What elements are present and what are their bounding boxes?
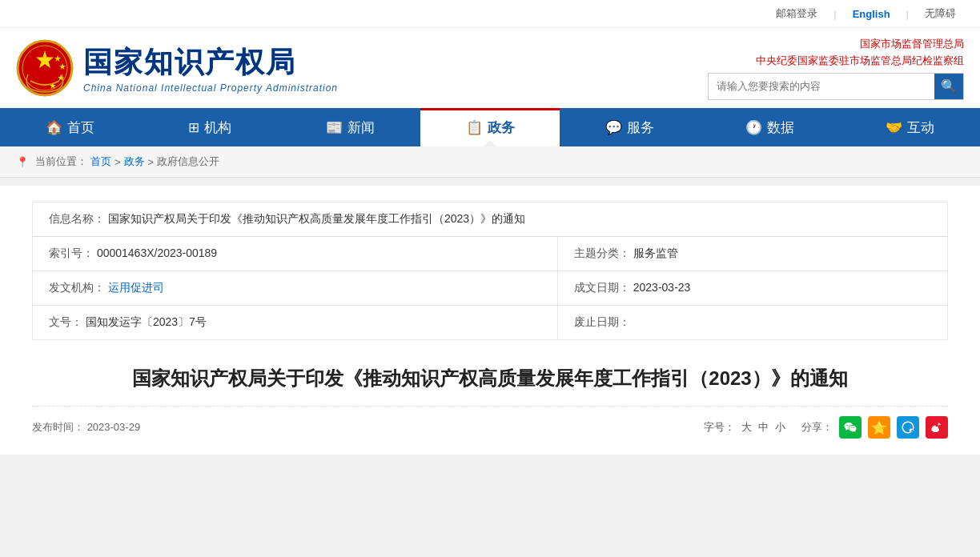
logo-text: 国家知识产权局 China National Intellectual Prop… bbox=[83, 43, 338, 94]
name-label: 信息名称： bbox=[49, 212, 105, 225]
issuer-label: 发文机构： bbox=[49, 281, 105, 294]
institution-icon: ⊞ bbox=[188, 119, 199, 136]
topic-label: 主题分类： bbox=[574, 246, 630, 259]
article-title: 国家知识产权局关于印发《推动知识产权高质量发展年度工作指引（2023）》的通知 bbox=[32, 364, 948, 393]
breadcrumb-current: 政府信息公开 bbox=[157, 154, 219, 169]
date-cell: 成文日期： 2023-03-23 bbox=[557, 271, 947, 306]
org-link-1[interactable]: 国家市场监督管理总局 bbox=[756, 36, 964, 53]
search-input[interactable] bbox=[709, 75, 934, 97]
breadcrumb: 📍 当前位置： 首页 > 政务 > 政府信息公开 bbox=[0, 146, 980, 178]
news-icon: 📰 bbox=[326, 119, 343, 136]
publish-time-value: 2023-03-29 bbox=[87, 421, 141, 433]
docnum-value: 国知发运字〔2023〕7号 bbox=[86, 315, 207, 328]
nav-label-service: 服务 bbox=[627, 118, 654, 137]
service-icon: 💬 bbox=[605, 119, 622, 136]
search-button[interactable]: 🔍 bbox=[934, 74, 963, 99]
top-bar: 邮箱登录 | English | 无障碍 bbox=[0, 0, 980, 28]
publish-time-area: 发布时间： 2023-03-29 bbox=[32, 420, 140, 435]
issuer-cell: 发文机构： 运用促进司 bbox=[33, 271, 558, 306]
header-right: 国家市场监督管理总局 中央纪委国家监委驻市场监管总局纪检监察组 🔍 bbox=[338, 28, 964, 108]
expiry-label: 废止日期： bbox=[574, 315, 630, 328]
nav-label-data: 数据 bbox=[767, 118, 794, 137]
nav-label-news: 新闻 bbox=[347, 118, 375, 137]
info-name-cell: 信息名称： 国家知识产权局关于印发《推动知识产权高质量发展年度工作指引（2023… bbox=[33, 202, 948, 237]
breadcrumb-home[interactable]: 首页 bbox=[90, 154, 111, 169]
english-link[interactable]: English bbox=[845, 8, 898, 20]
font-small-btn[interactable]: 小 bbox=[775, 420, 785, 435]
share-area: 分享： ⭐ bbox=[801, 416, 948, 439]
org-link-2[interactable]: 中央纪委国家监委驻市场监管总局纪检监察组 bbox=[756, 53, 964, 70]
divider1: | bbox=[825, 8, 844, 20]
org-links: 国家市场监督管理总局 中央纪委国家监委驻市场监管总局纪检监察组 bbox=[756, 36, 964, 70]
home-icon: 🏠 bbox=[46, 119, 62, 136]
nav-item-home[interactable]: 🏠 首页 bbox=[0, 108, 140, 146]
info-row-issuer-date: 发文机构： 运用促进司 成文日期： 2023-03-23 bbox=[33, 271, 948, 306]
index-label-cell: 索引号： 00001463X/2023-00189 bbox=[33, 237, 558, 271]
nav-label-interact: 互动 bbox=[907, 118, 934, 137]
nav-item-data[interactable]: 🕐 数据 bbox=[700, 108, 840, 146]
nav-item-news[interactable]: 📰 新闻 bbox=[280, 108, 420, 146]
site-subtitle: China National Intellectual Property Adm… bbox=[83, 82, 338, 94]
date-value: 2023-03-23 bbox=[633, 281, 691, 294]
mail-login-link[interactable]: 邮箱登录 bbox=[768, 6, 825, 21]
affairs-icon: 📋 bbox=[466, 119, 483, 136]
issuer-value[interactable]: 运用促进司 bbox=[108, 281, 164, 294]
interact-icon: 🤝 bbox=[886, 119, 902, 136]
nav-label-affairs: 政务 bbox=[488, 118, 515, 137]
article-meta: 发布时间： 2023-03-29 字号： 大 中 小 分享： ⭐ bbox=[32, 406, 948, 439]
breadcrumb-prefix: 当前位置： bbox=[35, 154, 87, 169]
nav-item-institution[interactable]: ⊞ 机构 bbox=[140, 108, 280, 146]
font-size-label: 字号： bbox=[704, 420, 735, 435]
expiry-cell: 废止日期： bbox=[557, 306, 947, 340]
share-wechat-button[interactable] bbox=[839, 416, 862, 439]
divider2: | bbox=[898, 8, 917, 20]
index-label: 索引号： bbox=[49, 246, 94, 259]
font-medium-btn[interactable]: 中 bbox=[758, 420, 769, 435]
main-content: 信息名称： 国家知识产权局关于印发《推动知识产权高质量发展年度工作指引（2023… bbox=[0, 186, 980, 455]
nav-item-affairs[interactable]: 📋 政务 bbox=[420, 108, 560, 146]
share-label: 分享： bbox=[801, 420, 833, 435]
info-row-docnum-expiry: 文号： 国知发运字〔2023〕7号 废止日期： bbox=[33, 306, 948, 340]
index-value: 00001463X/2023-00189 bbox=[97, 246, 217, 259]
logo-area: 国家知识产权局 China National Intellectual Prop… bbox=[16, 28, 338, 108]
top-bar-links: 邮箱登录 | English | 无障碍 bbox=[768, 6, 964, 21]
nav-item-interact[interactable]: 🤝 互动 bbox=[840, 108, 980, 146]
publish-time-label: 发布时间： bbox=[32, 421, 84, 433]
nav-item-service[interactable]: 💬 服务 bbox=[560, 108, 700, 146]
topic-cell: 主题分类： 服务监管 bbox=[557, 237, 947, 271]
share-weibo-button[interactable] bbox=[926, 416, 948, 439]
docnum-label: 文号： bbox=[49, 315, 82, 328]
docnum-cell: 文号： 国知发运字〔2023〕7号 bbox=[33, 306, 558, 340]
breadcrumb-sep1: > bbox=[114, 156, 121, 168]
controls-area: 字号： 大 中 小 分享： ⭐ bbox=[704, 416, 948, 439]
date-label: 成文日期： bbox=[574, 281, 630, 294]
font-size-control: 字号： 大 中 小 bbox=[704, 420, 785, 435]
location-icon: 📍 bbox=[16, 156, 29, 168]
search-bar: 🔍 bbox=[708, 73, 964, 100]
data-icon: 🕐 bbox=[745, 119, 762, 136]
nav-label-home: 首页 bbox=[67, 118, 94, 137]
share-favorite-button[interactable]: ⭐ bbox=[868, 416, 890, 439]
site-title: 国家知识产权局 bbox=[83, 43, 338, 82]
logo-emblem bbox=[16, 39, 74, 97]
font-large-btn[interactable]: 大 bbox=[741, 420, 752, 435]
share-qq-button[interactable] bbox=[897, 416, 919, 439]
info-table: 信息名称： 国家知识产权局关于印发《推动知识产权高质量发展年度工作指引（2023… bbox=[32, 202, 948, 340]
name-value: 国家知识产权局关于印发《推动知识产权高质量发展年度工作指引（2023）》的通知 bbox=[108, 212, 525, 225]
info-row-index-topic: 索引号： 00001463X/2023-00189 主题分类： 服务监管 bbox=[33, 237, 948, 271]
main-nav: 🏠 首页 ⊞ 机构 📰 新闻 📋 政务 💬 服务 🕐 数据 🤝 互动 bbox=[0, 108, 980, 146]
nav-label-institution: 机构 bbox=[204, 118, 231, 137]
info-title-row: 信息名称： 国家知识产权局关于印发《推动知识产权高质量发展年度工作指引（2023… bbox=[33, 202, 948, 237]
header: 国家知识产权局 China National Intellectual Prop… bbox=[0, 28, 980, 108]
accessible-link[interactable]: 无障碍 bbox=[917, 6, 964, 21]
breadcrumb-sep2: > bbox=[148, 156, 155, 168]
topic-value: 服务监管 bbox=[633, 246, 678, 259]
breadcrumb-affairs[interactable]: 政务 bbox=[124, 154, 145, 169]
